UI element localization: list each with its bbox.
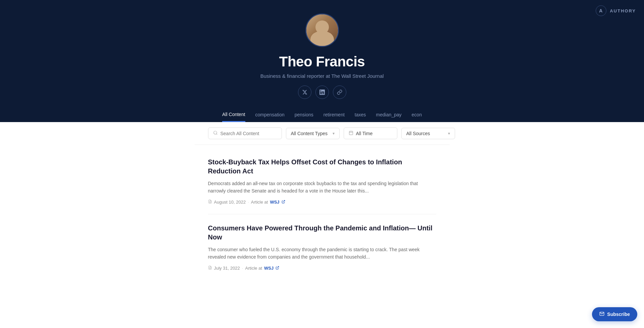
time-filter[interactable]: All Time bbox=[344, 127, 397, 139]
social-links bbox=[298, 86, 346, 99]
article-excerpt: The consumer who fueled the U.S. economy… bbox=[208, 246, 436, 261]
article-type: Article at bbox=[251, 200, 268, 205]
content-type-chevron: ▾ bbox=[333, 131, 335, 136]
tab-pensions[interactable]: pensions bbox=[295, 109, 313, 122]
tab-median-pay[interactable]: median_pay bbox=[376, 109, 401, 122]
external-link-icon[interactable] bbox=[276, 266, 279, 270]
article-meta: July 31, 2022 · Article at WSJ bbox=[208, 266, 436, 271]
article-title[interactable]: Stock-Buyback Tax Helps Offset Cost of C… bbox=[208, 158, 436, 176]
external-link-icon[interactable] bbox=[282, 200, 285, 204]
search-wrapper[interactable] bbox=[208, 127, 282, 139]
dot-separator: · bbox=[248, 200, 249, 205]
authory-logo[interactable]: A AUTHORY bbox=[596, 5, 636, 16]
filter-bar: All Content Types ▾ All Time bbox=[195, 122, 450, 145]
tab-compensation[interactable]: compensation bbox=[255, 109, 285, 122]
svg-rect-1 bbox=[349, 131, 353, 135]
tabs-navigation: All Content compensation pensions retire… bbox=[222, 109, 422, 122]
article-source-link[interactable]: WSJ bbox=[264, 266, 274, 271]
subscribe-button[interactable]: Subscribe bbox=[592, 307, 637, 321]
linkedin-button[interactable] bbox=[315, 86, 329, 99]
article-type-icon bbox=[208, 266, 212, 271]
content-type-filter[interactable]: All Content Types ▾ bbox=[286, 128, 340, 139]
calendar-icon bbox=[349, 130, 353, 136]
article-type: Article at bbox=[245, 266, 262, 271]
article-date: July 31, 2022 bbox=[214, 266, 240, 271]
author-bio: Business & financial reporter at The Wal… bbox=[260, 73, 384, 79]
logo-text: AUTHORY bbox=[610, 8, 636, 13]
svg-line-7 bbox=[283, 200, 285, 202]
search-input[interactable] bbox=[220, 131, 277, 136]
subscribe-icon bbox=[599, 311, 604, 317]
time-label: All Time bbox=[356, 131, 373, 136]
content-area: All Content Types ▾ All Time bbox=[0, 122, 644, 323]
dot-separator: · bbox=[242, 266, 243, 271]
link-copy-button[interactable] bbox=[333, 86, 346, 99]
twitter-button[interactable] bbox=[298, 86, 311, 99]
svg-line-10 bbox=[277, 266, 279, 268]
article-meta: August 10, 2022 · Article at WSJ bbox=[208, 200, 436, 205]
svg-point-0 bbox=[213, 131, 216, 134]
sources-filter[interactable]: All Sources ▾ bbox=[401, 128, 455, 139]
subscribe-label: Subscribe bbox=[607, 312, 630, 317]
avatar-image bbox=[306, 14, 338, 46]
sources-label: All Sources bbox=[406, 131, 430, 136]
articles-list: Stock-Buyback Tax Helps Offset Cost of C… bbox=[195, 145, 450, 283]
content-type-label: All Content Types bbox=[291, 131, 328, 136]
tab-taxes[interactable]: taxes bbox=[355, 109, 366, 122]
tab-all-content[interactable]: All Content bbox=[222, 109, 245, 122]
avatar bbox=[305, 13, 339, 47]
article-date: August 10, 2022 bbox=[214, 200, 246, 205]
article-excerpt: Democrats added an all-new tax on corpor… bbox=[208, 180, 436, 195]
logo-circle: A bbox=[596, 5, 606, 16]
table-row: Stock-Buyback Tax Helps Offset Cost of C… bbox=[208, 148, 436, 214]
tab-retirement[interactable]: retirement bbox=[324, 109, 345, 122]
search-icon bbox=[213, 130, 218, 136]
author-name: Theo Francis bbox=[279, 54, 365, 70]
article-type-icon bbox=[208, 200, 212, 205]
table-row: Consumers Have Powered Through the Pande… bbox=[208, 214, 436, 280]
article-title[interactable]: Consumers Have Powered Through the Pande… bbox=[208, 224, 436, 242]
article-source-link[interactable]: WSJ bbox=[270, 200, 279, 205]
tab-econ[interactable]: econ bbox=[412, 109, 422, 122]
sources-chevron: ▾ bbox=[448, 131, 450, 136]
